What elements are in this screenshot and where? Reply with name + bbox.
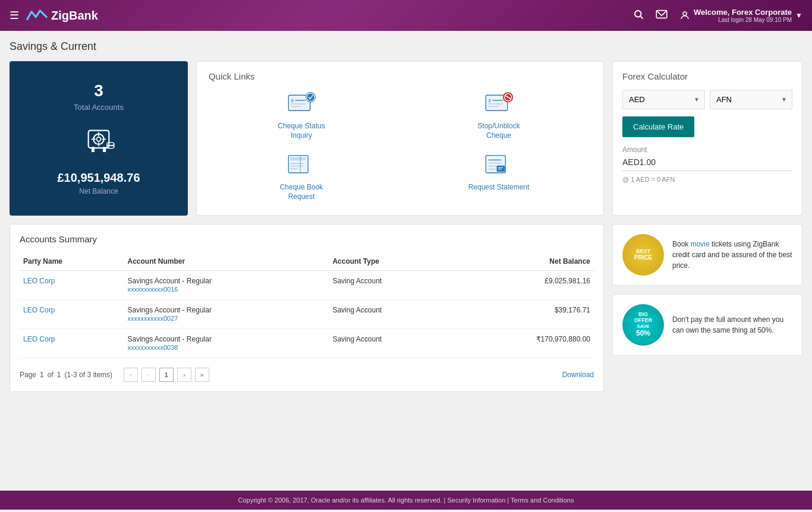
- big-offer-badge: BIGOFFER SAVE 50%: [622, 304, 664, 346]
- sidebar-right: BEST PRICE Book movie tickets using ZigB…: [612, 224, 802, 392]
- logo-icon: [26, 7, 48, 24]
- request-statement-label: Request Statement: [468, 183, 530, 192]
- quick-link-cheque-status[interactable]: $ Cheque StatusInquiry: [278, 91, 325, 140]
- party-name-link[interactable]: LEO Corp: [23, 306, 55, 314]
- svg-point-3: [683, 12, 687, 15]
- summary-card: 3 Total Accounts: [10, 61, 188, 216]
- stop-unblock-label: Stop/UnblockCheque: [477, 122, 520, 140]
- footer: Copyright © 2006, 2017, Oracle and/or it…: [0, 491, 812, 510]
- account-number-link[interactable]: xxxxxxxxxxx0038: [127, 344, 178, 351]
- last-page-button[interactable]: »: [195, 368, 209, 382]
- col-party-name: Party Name: [20, 252, 124, 271]
- rate-info: @ 1 AED = 0 AFN: [622, 176, 792, 183]
- account-type-text: Savings Account - Regular: [127, 335, 325, 343]
- logo[interactable]: ZigBank: [26, 7, 98, 24]
- forex-title: Forex Calculator: [622, 71, 792, 81]
- svg-line-1: [640, 16, 643, 18]
- from-currency-wrapper: AED USD EUR GBP ▼: [622, 90, 705, 109]
- table-row: LEO Corp Savings Account - Regular xxxxx…: [20, 300, 594, 329]
- table-row: LEO Corp Savings Account - Regular xxxxx…: [20, 271, 594, 300]
- quick-link-cheque-book[interactable]: Cheque BookRequest: [280, 152, 323, 201]
- items-info: (1-3 of 3 items): [64, 371, 112, 379]
- cheque-status-label: Cheque StatusInquiry: [278, 122, 325, 140]
- welcome-text: Welcome, Forex Corporate: [694, 8, 792, 17]
- big-offer-promo: BIGOFFER SAVE 50% Don't pay the full amo…: [612, 294, 802, 356]
- last-login-text: Last login 28 May 09:10 PM: [718, 17, 792, 23]
- account-category-cell: Saving Account: [329, 329, 455, 358]
- page-1-button[interactable]: 1: [159, 368, 174, 382]
- net-balance-cell: £9,025,981.16: [455, 271, 594, 300]
- user-menu[interactable]: Welcome, Forex Corporate Last login 28 M…: [679, 8, 802, 23]
- quick-links-grid: $ Cheque StatusInquiry $: [209, 91, 591, 201]
- download-link[interactable]: Download: [562, 371, 594, 379]
- footer-copyright: Copyright © 2006, 2017, Oracle and/or it…: [238, 497, 574, 504]
- accounts-table: Party Name Account Number Account Type N…: [20, 252, 594, 358]
- net-balance-cell: $39,176.71: [455, 300, 594, 329]
- account-number-link[interactable]: xxxxxxxxxxx0027: [127, 315, 178, 322]
- col-account-type: Account Type: [329, 252, 455, 271]
- party-name-link[interactable]: LEO Corp: [23, 277, 55, 285]
- user-icon: [679, 10, 690, 21]
- page-label: Page: [20, 371, 36, 379]
- svg-rect-11: [92, 147, 95, 152]
- svg-point-13: [107, 143, 114, 146]
- account-type-text: Savings Account - Regular: [127, 277, 325, 285]
- cheque-book-label: Cheque BookRequest: [280, 183, 323, 201]
- header-icons: Welcome, Forex Corporate Last login 28 M…: [633, 8, 802, 23]
- net-balance-cell: ₹170,970,880.00: [455, 329, 594, 358]
- mail-icon[interactable]: [656, 10, 668, 22]
- pagination-row: Page 1 of 1 (1-3 of 3 items) « ‹ 1 › » D…: [20, 368, 594, 382]
- quick-link-request-statement[interactable]: Request Statement: [468, 152, 530, 201]
- accounts-summary-title: Accounts Summary: [20, 234, 594, 244]
- movie-highlight: movie: [691, 240, 710, 248]
- party-name-cell: LEO Corp: [20, 329, 124, 358]
- party-name-cell: LEO Corp: [20, 271, 124, 300]
- col-account-number: Account Number: [124, 252, 329, 271]
- total-accounts-count: 3: [94, 81, 103, 100]
- svg-rect-12: [103, 147, 106, 152]
- total-pages: 1: [57, 371, 61, 379]
- stop-unblock-icon: $: [483, 91, 514, 117]
- quick-links-title: Quick Links: [209, 71, 591, 81]
- amount-value: AED1.00: [622, 157, 792, 171]
- prev-page-button[interactable]: ‹: [141, 368, 156, 382]
- svg-rect-45: [497, 166, 505, 172]
- net-balance-amount: £10,951,948.76: [57, 171, 140, 185]
- account-category-cell: Saving Account: [329, 300, 455, 329]
- logo-text: ZigBank: [51, 9, 98, 23]
- big-offer-text: Don't pay the full amount when you can o…: [672, 314, 792, 336]
- account-category-cell: Saving Account: [329, 271, 455, 300]
- svg-text:$: $: [291, 99, 294, 103]
- calculate-rate-button[interactable]: Calculate Rate: [622, 116, 694, 137]
- search-icon[interactable]: [633, 9, 644, 23]
- bottom-row: Accounts Summary Party Name Account Numb…: [10, 224, 802, 392]
- party-name-cell: LEO Corp: [20, 300, 124, 329]
- header: ☰ ZigBank Welcome, Forex Corporate: [0, 0, 812, 31]
- forex-currency-selectors: AED USD EUR GBP ▼ AFN USD EUR GBP ▼: [622, 90, 792, 109]
- cheque-book-icon: [286, 152, 317, 178]
- total-accounts-label: Total Accounts: [74, 103, 124, 112]
- user-chevron-icon: ▼: [795, 11, 802, 20]
- to-currency-wrapper: AFN USD EUR GBP ▼: [710, 90, 792, 109]
- amount-label: Amount: [622, 146, 792, 154]
- next-page-button[interactable]: ›: [177, 368, 191, 382]
- account-number-cell: Savings Account - Regular xxxxxxxxxxx003…: [124, 329, 329, 358]
- main-content: Savings & Current 3 Total Accounts: [0, 31, 812, 491]
- current-page: 1: [40, 371, 44, 379]
- quick-links-card: Quick Links $ Cheque Statu: [196, 61, 604, 216]
- top-row: 3 Total Accounts: [10, 61, 802, 216]
- forex-calculator-card: Forex Calculator AED USD EUR GBP ▼ AFN U…: [612, 61, 802, 216]
- account-number-cell: Savings Account - Regular xxxxxxxxxxx002…: [124, 300, 329, 329]
- quick-link-stop-unblock[interactable]: $ Stop/UnblockCheque: [477, 91, 520, 140]
- best-price-badge: BEST PRICE: [622, 234, 664, 276]
- to-currency-select[interactable]: AFN USD EUR GBP: [716, 95, 786, 104]
- hamburger-menu[interactable]: ☰: [10, 9, 19, 22]
- table-row: LEO Corp Savings Account - Regular xxxxx…: [20, 329, 594, 358]
- best-price-text: Book movie tickets using ZigBank credit …: [672, 239, 792, 271]
- first-page-button[interactable]: «: [124, 368, 138, 382]
- account-type-text: Savings Account - Regular: [127, 306, 325, 314]
- from-currency-select[interactable]: AED USD EUR GBP: [629, 95, 698, 104]
- account-number-link[interactable]: xxxxxxxxxxx0016: [127, 286, 178, 293]
- party-name-link[interactable]: LEO Corp: [23, 335, 55, 343]
- svg-point-6: [97, 137, 101, 141]
